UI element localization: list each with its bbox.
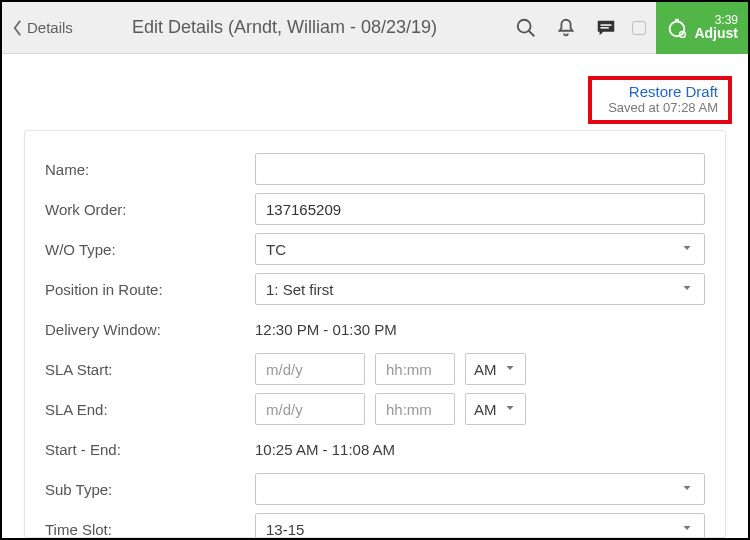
label-delivery-window: Delivery Window: xyxy=(45,321,255,338)
row-delivery-window: Delivery Window: 12:30 PM - 01:30 PM xyxy=(45,309,705,349)
chevron-down-icon xyxy=(680,241,694,258)
adjust-label: Adjust xyxy=(694,26,738,41)
svg-line-1 xyxy=(529,30,535,36)
time-slot-value: 13-15 xyxy=(266,521,680,538)
bell-icon xyxy=(555,17,577,39)
chevron-down-icon xyxy=(503,361,517,378)
label-sla-end: SLA End: xyxy=(45,401,255,418)
sla-end-ampm-value: AM xyxy=(474,401,497,418)
restore-draft-link[interactable]: Restore Draft xyxy=(608,83,718,100)
sla-end-ampm-select[interactable]: AM xyxy=(465,393,526,425)
label-start-end: Start - End: xyxy=(45,441,255,458)
work-order-input[interactable] xyxy=(255,193,705,225)
sub-type-select[interactable] xyxy=(255,473,705,505)
wo-type-value: TC xyxy=(266,241,680,258)
svg-rect-3 xyxy=(601,27,609,28)
position-value: 1: Set first xyxy=(266,281,680,298)
sla-start-ampm-value: AM xyxy=(474,361,497,378)
wo-type-select[interactable]: TC xyxy=(255,233,705,265)
delivery-window-value: 12:30 PM - 01:30 PM xyxy=(255,321,397,338)
stopwatch-gear-icon xyxy=(666,17,688,39)
row-wo-type: W/O Type: TC xyxy=(45,229,705,269)
adjust-button[interactable]: 3:39 Adjust xyxy=(656,2,748,54)
sla-start-time-input[interactable] xyxy=(375,353,455,385)
form-card: Name: Work Order: W/O Type: TC Position … xyxy=(24,130,726,538)
label-sla-start: SLA Start: xyxy=(45,361,255,378)
sla-start-date-input[interactable] xyxy=(255,353,365,385)
label-time-slot: Time Slot: xyxy=(45,521,255,538)
search-icon xyxy=(515,17,537,39)
notifications-button[interactable] xyxy=(552,14,580,42)
back-label: Details xyxy=(27,19,73,36)
sla-end-date-input[interactable] xyxy=(255,393,365,425)
row-sla-end: SLA End: AM xyxy=(45,389,705,429)
svg-point-7 xyxy=(682,33,684,35)
label-wo-type: W/O Type: xyxy=(45,241,255,258)
name-input[interactable] xyxy=(255,153,705,185)
messages-button[interactable] xyxy=(592,14,620,42)
label-name: Name: xyxy=(45,161,255,178)
chevron-down-icon xyxy=(680,521,694,538)
header-actions: 3:39 Adjust xyxy=(506,2,748,54)
chevron-down-icon xyxy=(503,401,517,418)
header-bar: Details Edit Details (Arndt, William - 0… xyxy=(2,2,748,54)
svg-rect-2 xyxy=(601,24,612,25)
start-end-value: 10:25 AM - 11:08 AM xyxy=(255,441,395,458)
svg-rect-5 xyxy=(676,18,680,21)
row-sub-type: Sub Type: xyxy=(45,469,705,509)
time-slot-select[interactable]: 13-15 xyxy=(255,513,705,538)
row-position: Position in Route: 1: Set first xyxy=(45,269,705,309)
search-button[interactable] xyxy=(512,14,540,42)
sla-end-time-input[interactable] xyxy=(375,393,455,425)
chevron-down-icon xyxy=(680,481,694,498)
sla-start-ampm-select[interactable]: AM xyxy=(465,353,526,385)
svg-point-0 xyxy=(518,19,531,32)
row-sla-start: SLA Start: AM xyxy=(45,349,705,389)
row-work-order: Work Order: xyxy=(45,189,705,229)
position-select[interactable]: 1: Set first xyxy=(255,273,705,305)
row-start-end: Start - End: 10:25 AM - 11:08 AM xyxy=(45,429,705,469)
label-position: Position in Route: xyxy=(45,281,255,298)
status-indicator xyxy=(632,21,646,35)
back-button[interactable]: Details xyxy=(12,19,73,37)
chat-icon xyxy=(595,17,617,39)
page-title: Edit Details (Arndt, William - 08/23/19) xyxy=(132,17,437,38)
restore-draft-subtext: Saved at 07:28 AM xyxy=(608,100,718,115)
row-name: Name: xyxy=(45,149,705,189)
label-sub-type: Sub Type: xyxy=(45,481,255,498)
chevron-down-icon xyxy=(680,281,694,298)
chevron-left-icon xyxy=(12,19,23,37)
label-work-order: Work Order: xyxy=(45,201,255,218)
row-time-slot: Time Slot: 13-15 xyxy=(45,509,705,538)
app-window: Details Edit Details (Arndt, William - 0… xyxy=(0,0,750,540)
restore-draft-callout: Restore Draft Saved at 07:28 AM xyxy=(588,76,732,124)
